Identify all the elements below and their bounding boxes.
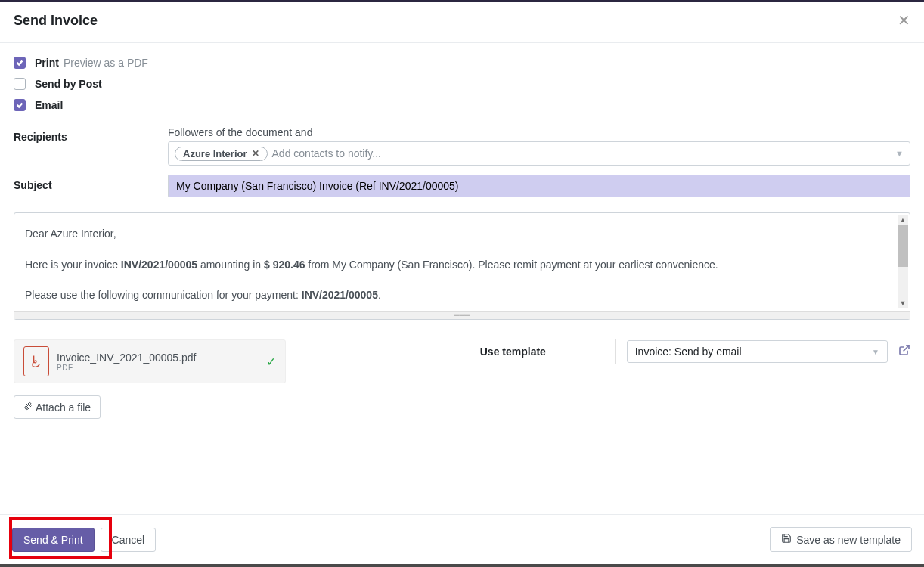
tag-remove-icon[interactable]: ✕ [252,148,259,159]
modal-title: Send Invoice [14,13,98,29]
template-select[interactable]: Invoice: Send by email ▼ [627,340,888,363]
save-template-label: Save as new template [796,534,901,546]
print-checkbox[interactable] [14,57,26,69]
print-option-row: Print Preview as a PDF [14,57,910,69]
email-checkbox[interactable] [14,99,26,111]
scroll-down-icon[interactable]: ▼ [898,298,908,308]
chevron-down-icon[interactable]: ▼ [895,149,904,158]
template-label: Use template [480,339,616,364]
send-print-button[interactable]: Send & Print [12,528,95,552]
attachment-info: Invoice_INV_2021_00005.pdf PDF [57,352,259,372]
recipients-placeholder: Add contacts to notify... [272,147,891,160]
resize-handle[interactable]: ═══ [14,311,910,319]
recipients-value: Followers of the document and Azure Inte… [168,126,910,166]
modal-body: Print Preview as a PDF Send by Post Emai… [0,43,924,514]
followers-text: Followers of the document and [168,126,910,138]
recipients-input[interactable]: Azure Interior ✕ Add contacts to notify.… [168,141,910,166]
modal-header: Send Invoice ✕ [0,2,924,43]
recipients-label: Recipients [14,126,157,149]
recipient-tag-label: Azure Interior [183,148,247,160]
attachments-row: Invoice_INV_2021_00005.pdf PDF ✓ Attach … [14,339,910,419]
attachment-filename: Invoice_INV_2021_00005.pdf [57,352,259,364]
save-icon [781,533,792,546]
attachment-card[interactable]: Invoice_INV_2021_00005.pdf PDF ✓ [14,339,286,383]
send-invoice-modal: Send Invoice ✕ Print Preview as a PDF Se… [0,0,924,567]
message-content[interactable]: Dear Azure Interior, Here is your invoic… [14,213,910,311]
msg-l2a: Please use the following communication f… [25,289,302,301]
email-option-row: Email [14,99,910,111]
footer-left: Send & Print Cancel [12,528,156,552]
recipient-tag[interactable]: Azure Interior ✕ [175,147,268,161]
subject-label: Subject [14,175,157,197]
msg-l1-amt: $ 920.46 [264,259,305,271]
message-scrollbar[interactable]: ▲ ▼ [898,215,908,308]
attachment-type: PDF [57,364,259,372]
template-selected: Invoice: Send by email [635,345,742,358]
msg-l2b: . [378,289,381,301]
modal-footer: Send & Print Cancel Save as new template [0,514,924,564]
subject-input[interactable] [168,175,910,197]
subject-value [168,175,910,197]
close-button[interactable]: ✕ [898,13,910,28]
msg-l1a: Here is your invoice [25,259,121,271]
msg-l2-inv: INV/2021/00005 [302,289,378,301]
attach-file-button[interactable]: Attach a file [14,395,101,419]
attachments-col: Invoice_INV_2021_00005.pdf PDF ✓ Attach … [14,339,444,419]
attach-file-label: Attach a file [36,401,91,414]
subject-row: Subject [14,175,910,197]
close-icon: ✕ [898,12,910,29]
svg-line-0 [904,345,909,351]
cancel-button[interactable]: Cancel [101,528,157,552]
pdf-icon [23,346,49,376]
check-icon: ✓ [266,355,276,369]
msg-l1b: amounting in [197,259,264,271]
save-template-button[interactable]: Save as new template [770,527,912,552]
post-option-row: Send by Post [14,78,910,90]
external-link-icon[interactable] [898,344,910,359]
chevron-down-icon: ▼ [872,348,879,356]
template-col: Use template Invoice: Send by email ▼ [480,339,910,364]
print-hint: Preview as a PDF [64,57,148,69]
bottom-bar [0,564,924,567]
msg-l1-inv: INV/2021/00005 [121,259,197,271]
template-row: Use template Invoice: Send by email ▼ [480,339,910,364]
message-greeting: Dear Azure Interior, [25,228,116,240]
post-label: Send by Post [35,78,102,90]
paperclip-icon [23,401,33,414]
print-label: Print [35,57,59,69]
recipients-row: Recipients Followers of the document and… [14,126,910,166]
message-box: Dear Azure Interior, Here is your invoic… [14,212,910,320]
email-label: Email [35,99,63,111]
scroll-up-icon[interactable]: ▲ [898,215,908,225]
msg-l1c: from My Company (San Francisco). Please … [305,259,718,271]
post-checkbox[interactable] [14,78,26,90]
scrollbar-thumb[interactable] [898,225,908,267]
